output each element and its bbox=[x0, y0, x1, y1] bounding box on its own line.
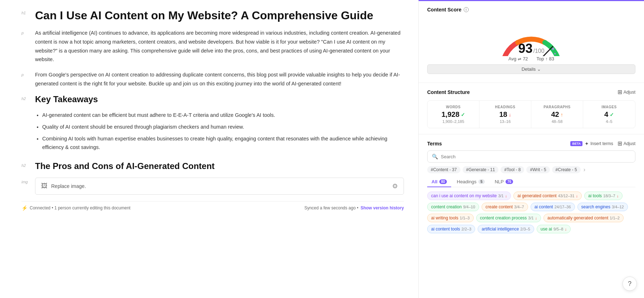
images-cell: IMAGES 4 ✓ 4–5 bbox=[583, 101, 635, 128]
bullets-content: AI-generated content can be efficient bu… bbox=[35, 111, 404, 155]
tag-pill[interactable]: #Generate - 11 bbox=[463, 166, 499, 173]
term-count: 43/12–31 bbox=[558, 194, 575, 198]
term-tag[interactable]: can i use ai content on my website 3/1 ↓ bbox=[427, 192, 511, 200]
words-range: 1,900–2,185 bbox=[431, 119, 475, 124]
term-label: search engines bbox=[581, 204, 610, 209]
term-tag[interactable]: ai content tools 2/2–3 bbox=[427, 225, 475, 233]
connection-status: ⚡ Connected • 1 person currently editing… bbox=[21, 205, 131, 211]
terms-adjust-label: Adjust bbox=[624, 141, 635, 146]
term-tag[interactable]: search engines 3/4–12 bbox=[577, 203, 628, 211]
term-tag[interactable]: create content 3/4–7 bbox=[482, 203, 528, 211]
insert-terms-button[interactable]: BETA ✦ Insert terms bbox=[570, 141, 613, 146]
term-tag[interactable]: content creation 9/4–10 bbox=[427, 203, 479, 211]
adjust-button[interactable]: ⊞ Adjust bbox=[618, 89, 635, 95]
sparkle-icon: ✦ bbox=[585, 141, 589, 146]
chevron-down-icon: ⌄ bbox=[537, 66, 541, 72]
score-value: 93 bbox=[518, 41, 532, 56]
gauge-number: 93 /100 bbox=[518, 41, 544, 56]
tab-nlp-badge: 76 bbox=[506, 179, 513, 184]
term-count: 9/4–10 bbox=[463, 205, 475, 209]
headings-range: 13–16 bbox=[483, 119, 527, 124]
term-tag[interactable]: content creation process 3/1 ↓ bbox=[476, 214, 541, 222]
tab-all[interactable]: All 80 bbox=[427, 177, 451, 187]
block-label-img: img bbox=[21, 178, 31, 184]
img-content[interactable]: 🖼 Replace image. ⚙ bbox=[35, 178, 404, 195]
term-arrow-down-icon: ↓ bbox=[576, 194, 578, 198]
h1-content[interactable]: Can I Use AI Content on My Website? A Co… bbox=[35, 9, 404, 22]
paragraphs-value: 42 ↑ bbox=[535, 110, 579, 119]
term-label: content creation process bbox=[480, 215, 527, 220]
tab-headings[interactable]: Headings 5 bbox=[453, 177, 489, 187]
terms-actions: BETA ✦ Insert terms ⊞ Adjust bbox=[570, 140, 635, 147]
replace-image-label: Replace image. bbox=[51, 183, 86, 189]
sync-label: Synced a few seconds ago • bbox=[304, 205, 358, 210]
paragraphs-up-icon: ↑ bbox=[561, 112, 563, 118]
tab-nlp[interactable]: NLP 76 bbox=[491, 177, 517, 187]
avg-label: Avg ⇌ 72 bbox=[508, 56, 528, 61]
p1-content[interactable]: As artificial intelligence (AI) continue… bbox=[35, 29, 404, 64]
connection-label: Connected • 1 person currently editing t… bbox=[30, 205, 131, 210]
terms-search-box[interactable]: 🔍 bbox=[427, 150, 635, 163]
terms-adjust-icon: ⊞ bbox=[618, 140, 622, 147]
tag-pill-more-icon[interactable]: › bbox=[584, 167, 585, 173]
headings-label: HEADINGS bbox=[483, 105, 527, 109]
replace-image-button[interactable]: 🖼 Replace image. ⚙ bbox=[35, 178, 404, 195]
term-label: create content bbox=[486, 204, 513, 209]
p2-content[interactable]: From Google's perspective on AI content … bbox=[35, 70, 404, 88]
content-score-title: Content Score i bbox=[427, 7, 635, 13]
heading-key-takeaways[interactable]: Key Takeaways bbox=[35, 94, 404, 104]
term-tag[interactable]: artificial intelligence 2/3–5 bbox=[478, 225, 534, 233]
headings-value: 18 ↓ bbox=[483, 110, 527, 119]
content-score-label: Content Score bbox=[427, 7, 462, 13]
term-tag[interactable]: use ai 9/5–8 ↓ bbox=[537, 225, 571, 233]
tag-pill[interactable]: #Writ - 5 bbox=[526, 166, 550, 173]
h2-takeaways-content[interactable]: Key Takeaways bbox=[35, 94, 404, 104]
term-label: ai writing tools bbox=[431, 215, 458, 220]
term-count: 3/4–12 bbox=[612, 205, 624, 209]
images-range: 4–5 bbox=[587, 119, 631, 124]
terms-section: Terms BETA ✦ Insert terms ⊞ Adjust 🔍 #Co… bbox=[419, 134, 644, 236]
term-tag[interactable]: automatically generated content 1/1–2 bbox=[543, 214, 624, 222]
term-count: 3/4–7 bbox=[514, 205, 524, 209]
block-label-h2-takeaways: h2 bbox=[21, 94, 31, 101]
term-tag[interactable]: ai writing tools 1/1–3 bbox=[427, 214, 474, 222]
h2-pros-content[interactable]: The Pros and Cons of AI-Generated Conten… bbox=[35, 161, 404, 171]
search-input[interactable] bbox=[441, 154, 631, 159]
details-button[interactable]: Details ⌄ bbox=[427, 64, 635, 74]
heading-pros-cons[interactable]: The Pros and Cons of AI-Generated Conten… bbox=[35, 161, 404, 171]
top-label: Top ↑ 83 bbox=[537, 56, 554, 61]
term-tags-grid: can i use ai content on my website 3/1 ↓… bbox=[427, 192, 635, 233]
paragraph-1: As artificial intelligence (AI) continue… bbox=[35, 29, 404, 64]
image-icon: 🖼 bbox=[41, 182, 48, 190]
paragraphs-label: PARAGRAPHS bbox=[535, 105, 579, 109]
sync-status: Synced a few seconds ago • Show version … bbox=[304, 205, 404, 210]
img-block: img 🖼 Replace image. ⚙ bbox=[21, 178, 404, 195]
terms-adjust-button[interactable]: ⊞ Adjust bbox=[618, 140, 635, 147]
gauge-wrap: ✦ ✦ 93 /100 bbox=[496, 17, 567, 56]
term-count: 1/1–3 bbox=[460, 216, 470, 220]
paragraph-2: From Google's perspective on AI content … bbox=[35, 70, 404, 88]
tag-pill[interactable]: #Tool - 8 bbox=[501, 166, 524, 173]
words-check-icon: ✓ bbox=[461, 112, 465, 118]
settings-icon[interactable]: ⚙ bbox=[392, 182, 398, 190]
tag-pill[interactable]: #Content - 37 bbox=[427, 166, 460, 173]
term-tag[interactable]: ai content 24/17–36 bbox=[531, 203, 575, 211]
doc-title[interactable]: Can I Use AI Content on My Website? A Co… bbox=[35, 9, 404, 22]
block-label-bullets bbox=[21, 111, 31, 113]
info-icon[interactable]: i bbox=[464, 7, 469, 12]
beta-badge: BETA bbox=[570, 141, 582, 146]
term-tag[interactable]: ai tools 18/3–7 ↓ bbox=[584, 192, 623, 200]
bullets-block: AI-generated content can be efficient bu… bbox=[21, 111, 404, 155]
svg-text:✦: ✦ bbox=[553, 52, 556, 56]
help-button[interactable]: ? bbox=[623, 277, 637, 291]
term-count: 2/3–5 bbox=[520, 227, 530, 231]
term-label: ai generated content bbox=[517, 193, 556, 198]
term-arrow-down-icon: ↓ bbox=[565, 227, 567, 231]
tag-pill[interactable]: #Create - 5 bbox=[552, 166, 581, 173]
tab-all-label: All bbox=[431, 179, 438, 184]
term-tag[interactable]: ai generated content 43/12–31 ↓ bbox=[513, 192, 582, 200]
show-history-link[interactable]: Show version history bbox=[361, 205, 404, 210]
search-icon: 🔍 bbox=[432, 154, 438, 159]
tag-pills-row: #Content - 37 #Generate - 11 #Tool - 8 #… bbox=[427, 166, 635, 173]
images-label: IMAGES bbox=[587, 105, 631, 109]
